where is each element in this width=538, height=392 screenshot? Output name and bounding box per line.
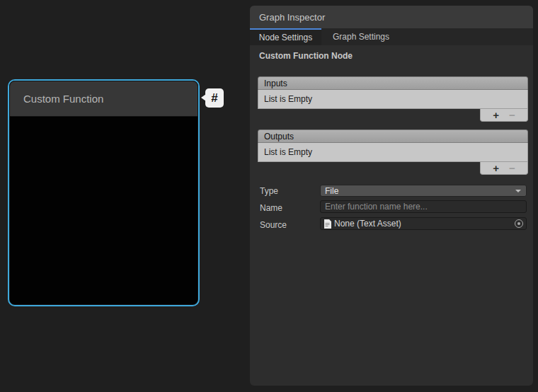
outputs-empty-label: List is Empty [264, 147, 312, 157]
name-label: Name [260, 203, 282, 213]
outputs-list: Outputs List is Empty + − [258, 129, 528, 162]
node-title-label: Custom Function [23, 93, 103, 105]
inspector-tabbar: Node Settings Graph Settings [250, 28, 533, 45]
outputs-header-label: Outputs [264, 132, 294, 142]
badge-tail-icon [201, 94, 206, 101]
node-settings-heading: Custom Function Node [259, 51, 353, 61]
outputs-remove-button[interactable]: − [509, 163, 515, 173]
source-label: Source [260, 220, 287, 230]
graph-inspector-panel: Graph Inspector Node Settings Graph Sett… [250, 6, 533, 386]
outputs-list-body[interactable]: List is Empty [258, 143, 528, 162]
text-asset-icon [324, 219, 331, 229]
inputs-list-footer: + − [480, 109, 528, 122]
hash-icon: # [211, 91, 217, 105]
graph-canvas[interactable]: Custom Function # Graph Inspector Node S… [0, 0, 538, 392]
outputs-list-footer: + − [480, 162, 528, 175]
type-label: Type [260, 186, 278, 196]
name-input[interactable] [320, 200, 527, 213]
tab-graph-settings[interactable]: Graph Settings [321, 28, 401, 45]
outputs-add-button[interactable]: + [493, 163, 499, 173]
source-object-field[interactable]: None (Text Asset) [320, 217, 527, 230]
object-picker-icon[interactable] [515, 219, 523, 228]
tab-node-settings[interactable]: Node Settings [250, 28, 321, 45]
node-hash-badge: # [205, 88, 224, 108]
inputs-header-label: Inputs [264, 79, 287, 88]
tab-graph-settings-label: Graph Settings [333, 32, 389, 42]
chevron-down-icon [515, 190, 521, 192]
outputs-list-header: Outputs [258, 129, 528, 143]
inputs-remove-button[interactable]: − [509, 110, 515, 120]
inputs-list: Inputs List is Empty + − [258, 76, 528, 109]
inputs-list-body[interactable]: List is Empty [258, 90, 528, 109]
tab-node-settings-label: Node Settings [259, 33, 312, 42]
node-preview-body [10, 117, 198, 304]
type-dropdown-value: File [325, 186, 338, 196]
type-dropdown[interactable]: File [320, 185, 527, 197]
inputs-list-header: Inputs [258, 76, 528, 90]
custom-function-node[interactable]: Custom Function [8, 79, 200, 306]
source-value: None (Text Asset) [334, 219, 401, 229]
panel-title: Graph Inspector [259, 12, 325, 23]
inputs-empty-label: List is Empty [264, 94, 312, 104]
node-title-bar[interactable]: Custom Function [9, 81, 198, 117]
inputs-add-button[interactable]: + [493, 110, 499, 120]
panel-title-bar[interactable]: Graph Inspector [250, 6, 533, 28]
